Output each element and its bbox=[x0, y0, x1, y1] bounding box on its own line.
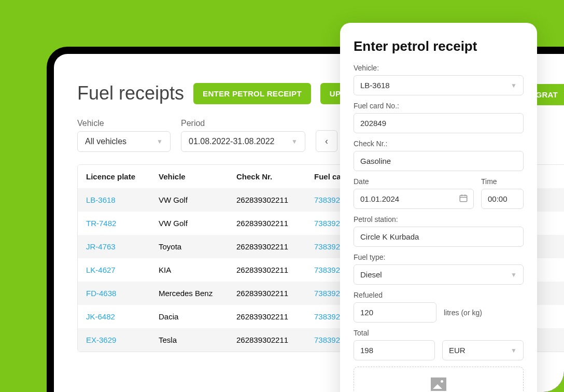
licence-link[interactable]: LB-3618 bbox=[86, 195, 159, 204]
total-label: Total bbox=[354, 329, 524, 337]
vehicle-select[interactable]: LB-3618 ▼ bbox=[354, 75, 524, 95]
chevron-down-icon: ▼ bbox=[511, 82, 517, 89]
period-filter-value: 01.08.2022-31.08.2022 bbox=[189, 137, 274, 146]
check-cell: 262839302211 bbox=[236, 265, 314, 274]
vehicle-cell: Toyota bbox=[159, 242, 236, 251]
fueltype-select[interactable]: Diesel ▼ bbox=[354, 264, 524, 285]
vehicle-cell: KIA bbox=[159, 265, 236, 274]
fueltype-value: Diesel bbox=[360, 270, 382, 279]
check-cell: 262839302211 bbox=[236, 312, 314, 321]
time-input[interactable] bbox=[481, 189, 524, 209]
check-cell: 262839302211 bbox=[236, 195, 314, 204]
check-cell: 262839302211 bbox=[236, 335, 314, 344]
page-title: Fuel receipts bbox=[77, 82, 184, 104]
chevron-left-icon: ‹ bbox=[325, 136, 328, 147]
vehicle-filter-value: All vehicles bbox=[85, 137, 126, 146]
vehicle-cell: VW Golf bbox=[159, 195, 236, 204]
vehicle-cell: VW Golf bbox=[159, 219, 236, 228]
col-check: Check Nr. bbox=[236, 172, 314, 181]
enter-petrol-receipt-button[interactable]: ENTER PETROL RECEIPT bbox=[193, 83, 311, 104]
refueled-label: Refueled bbox=[354, 291, 524, 299]
date-label: Date bbox=[354, 177, 474, 186]
col-vehicle: Vehicle bbox=[159, 172, 236, 181]
file-dropzone[interactable]: Choose file or drag and drop Allowed fil… bbox=[354, 367, 524, 392]
period-filter-select[interactable]: 01.08.2022-31.08.2022 ▼ bbox=[181, 131, 305, 152]
col-licence: Licence plate bbox=[86, 172, 159, 181]
image-placeholder-icon bbox=[431, 377, 446, 391]
check-cell: 262839302211 bbox=[236, 289, 314, 298]
fueltype-label: Fuel type: bbox=[354, 253, 524, 261]
vehicle-label: Vehicle: bbox=[354, 64, 524, 72]
vehicle-cell: Mercedes Benz bbox=[159, 289, 236, 298]
chevron-down-icon: ▼ bbox=[291, 138, 298, 145]
chevron-down-icon: ▼ bbox=[511, 271, 517, 278]
calendar-icon bbox=[459, 193, 468, 205]
chevron-down-icon: ▼ bbox=[511, 347, 517, 354]
licence-link[interactable]: FD-4638 bbox=[86, 289, 159, 298]
check-cell: 262839302211 bbox=[236, 242, 314, 251]
total-input[interactable] bbox=[354, 340, 435, 360]
currency-value: EUR bbox=[449, 346, 466, 355]
time-label: Time bbox=[481, 177, 524, 186]
enter-receipt-modal: Enter petrol receipt Vehicle: LB-3618 ▼ … bbox=[340, 23, 537, 392]
refueled-input[interactable] bbox=[354, 302, 436, 323]
station-input[interactable] bbox=[354, 227, 524, 247]
period-filter-label: Period bbox=[181, 119, 305, 128]
vehicle-select-value: LB-3618 bbox=[360, 81, 390, 90]
check-input[interactable] bbox=[354, 151, 524, 171]
date-input[interactable] bbox=[360, 189, 459, 208]
chevron-down-icon: ▼ bbox=[157, 138, 163, 145]
station-label: Petrol station: bbox=[354, 215, 524, 223]
vehicle-cell: Dacia bbox=[159, 312, 236, 321]
vehicle-filter-select[interactable]: All vehicles ▼ bbox=[77, 131, 171, 152]
fuelcard-input[interactable] bbox=[354, 113, 524, 133]
currency-select[interactable]: EUR ▼ bbox=[442, 340, 524, 360]
licence-link[interactable]: JK-6482 bbox=[86, 312, 159, 321]
licence-link[interactable]: EX-3629 bbox=[86, 335, 159, 344]
licence-link[interactable]: JR-4763 bbox=[86, 242, 159, 251]
check-label: Check Nr.: bbox=[354, 139, 524, 148]
licence-link[interactable]: LK-4627 bbox=[86, 265, 159, 274]
modal-title: Enter petrol receipt bbox=[354, 38, 524, 54]
vehicle-filter-label: Vehicle bbox=[77, 119, 171, 128]
fuelcard-label: Fuel card No.: bbox=[354, 102, 524, 110]
vehicle-cell: Tesla bbox=[159, 335, 236, 344]
svg-rect-0 bbox=[460, 195, 467, 201]
check-cell: 262839302211 bbox=[236, 219, 314, 228]
date-input-wrapper[interactable] bbox=[354, 189, 474, 209]
licence-link[interactable]: TR-7482 bbox=[86, 219, 159, 228]
period-prev-button[interactable]: ‹ bbox=[316, 130, 337, 152]
refueled-unit: litres (or kg) bbox=[444, 309, 482, 317]
